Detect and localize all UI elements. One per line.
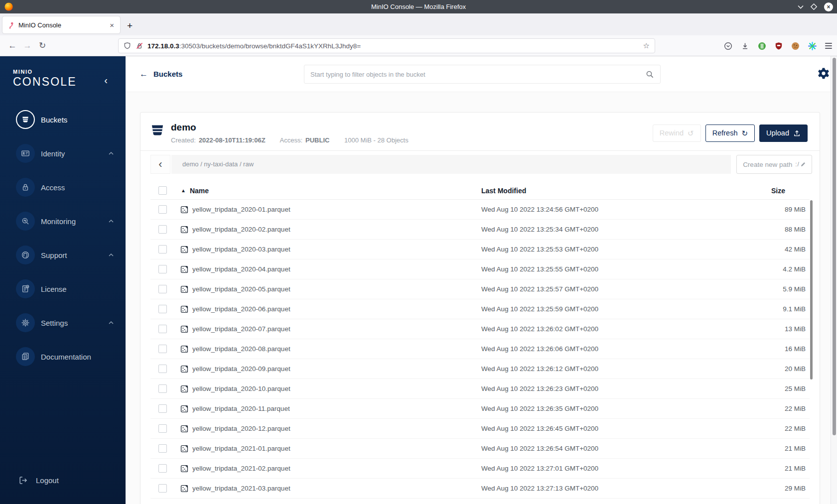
containers-icon[interactable]	[808, 42, 817, 50]
row-checkbox[interactable]	[158, 265, 167, 273]
logout-icon	[18, 476, 28, 485]
rewind-button[interactable]: Rewind↺	[653, 125, 701, 142]
back-button[interactable]: ←	[5, 41, 20, 51]
parquet-file-icon	[180, 285, 188, 293]
tab-minio-console[interactable]: MinIO Console ×	[2, 16, 120, 33]
row-checkbox[interactable]	[158, 484, 167, 493]
breadcrumb[interactable]: demo / ny-taxi-data / raw	[171, 155, 731, 174]
object-name: yellow_tripdata_2020-04.parquet	[192, 265, 290, 273]
object-last-modified: Wed Aug 10 2022 13:26:45 GMT+0200	[481, 425, 759, 432]
settings-gear-icon[interactable]	[817, 67, 830, 80]
column-last-modified[interactable]: Last Modified	[481, 187, 759, 195]
url-bar[interactable]: 172.18.0.3:30503/buckets/demo/browse/bnk…	[118, 38, 655, 53]
row-checkbox[interactable]	[158, 285, 167, 293]
table-row[interactable]: yellow_tripdata_2020-09.parquet Wed Aug …	[150, 359, 810, 379]
table-row[interactable]: yellow_tripdata_2020-04.parquet Wed Aug …	[150, 259, 810, 279]
create-new-path-button[interactable]: Create new path :/	[736, 155, 812, 174]
row-checkbox[interactable]	[158, 205, 167, 214]
reload-button[interactable]: ↻	[35, 40, 50, 51]
object-name: yellow_tripdata_2021-01.parquet	[192, 445, 290, 452]
row-checkbox[interactable]	[158, 345, 167, 353]
insecure-lock-icon[interactable]	[136, 42, 143, 50]
chevron-up-icon[interactable]	[109, 152, 114, 155]
table-row[interactable]: yellow_tripdata_2020-01.parquet Wed Aug …	[150, 200, 810, 220]
table-row[interactable]: yellow_tripdata_2021-02.parquet Wed Aug …	[150, 459, 810, 479]
row-checkbox[interactable]	[158, 325, 167, 333]
parquet-file-icon	[180, 206, 188, 214]
bookmark-star-icon[interactable]: ☆	[643, 41, 650, 50]
table-row[interactable]: yellow_tripdata_2020-12.parquet Wed Aug …	[150, 419, 810, 439]
refresh-button[interactable]: Refresh↻	[705, 125, 755, 142]
parquet-file-icon	[180, 226, 188, 234]
sidebar-item-access[interactable]: Access	[0, 170, 126, 204]
table-row[interactable]: yellow_tripdata_2020-11.parquet Wed Aug …	[150, 399, 810, 419]
sidebar-item-support[interactable]: Support	[0, 238, 126, 272]
sidebar-item-identity[interactable]: Identity	[0, 136, 126, 170]
row-checkbox[interactable]	[158, 365, 167, 373]
sidebar-item-label: Settings	[41, 319, 68, 327]
page-scrollbar[interactable]	[831, 56, 837, 504]
tab-title: MinIO Console	[18, 21, 108, 29]
object-filter-search[interactable]	[304, 65, 661, 84]
row-checkbox[interactable]	[158, 424, 167, 433]
tab-close-icon[interactable]: ×	[108, 21, 116, 29]
cookie-icon[interactable]	[791, 42, 800, 50]
new-tab-button[interactable]: +	[127, 20, 133, 31]
close-window-icon[interactable]: ×	[824, 2, 833, 11]
row-checkbox[interactable]	[158, 464, 167, 473]
sidebar-item-label: Buckets	[41, 116, 67, 124]
table-scrollbar-thumb[interactable]	[810, 200, 813, 379]
back-to-buckets-link[interactable]: ← Buckets	[140, 69, 182, 79]
table-row[interactable]: yellow_tripdata_2020-07.parquet Wed Aug …	[150, 319, 810, 339]
sidebar-item-monitoring[interactable]: Monitoring	[0, 204, 126, 238]
object-name: yellow_tripdata_2020-06.parquet	[192, 305, 290, 313]
table-row[interactable]: yellow_tripdata_2020-08.parquet Wed Aug …	[150, 339, 810, 359]
minimize-icon[interactable]	[798, 5, 804, 9]
row-checkbox[interactable]	[158, 225, 167, 234]
table-row[interactable]: yellow_tripdata_2021-03.parquet Wed Aug …	[150, 479, 810, 499]
forward-button[interactable]: →	[20, 41, 35, 51]
sidebar-item-buckets[interactable]: Buckets	[0, 103, 126, 136]
chevron-up-icon[interactable]	[109, 220, 114, 223]
pocket-icon[interactable]	[724, 42, 732, 50]
table-row[interactable]: yellow_tripdata_2020-03.parquet Wed Aug …	[150, 240, 810, 259]
column-name[interactable]: ▲Name	[174, 187, 481, 195]
table-row[interactable]: yellow_tripdata_2020-05.parquet Wed Aug …	[150, 279, 810, 299]
ublock-icon[interactable]	[775, 42, 783, 50]
row-checkbox[interactable]	[158, 245, 167, 253]
back-arrow-icon: ←	[140, 69, 148, 79]
tracking-shield-icon[interactable]	[124, 42, 131, 50]
row-checkbox[interactable]	[158, 404, 167, 413]
privacy-badger-icon[interactable]	[758, 42, 766, 50]
download-icon[interactable]	[741, 42, 749, 50]
sidebar-collapse-icon[interactable]: ‹	[104, 75, 108, 85]
table-row[interactable]: yellow_tripdata_2020-02.parquet Wed Aug …	[150, 220, 810, 240]
chevron-up-icon[interactable]	[109, 321, 114, 325]
sidebar-item-documentation[interactable]: Documentation	[0, 340, 126, 374]
row-checkbox[interactable]	[158, 384, 167, 393]
url-text[interactable]: 172.18.0.3:30503/buckets/demo/browse/bnk…	[147, 42, 643, 50]
sidebar-item-settings[interactable]: Settings	[0, 306, 126, 340]
table-row[interactable]: yellow_tripdata_2020-10.parquet Wed Aug …	[150, 379, 810, 399]
menu-icon[interactable]	[825, 43, 832, 49]
chevron-up-icon[interactable]	[109, 253, 114, 257]
object-table-body: yellow_tripdata_2020-01.parquet Wed Aug …	[140, 200, 820, 499]
table-row[interactable]: yellow_tripdata_2021-01.parquet Wed Aug …	[150, 439, 810, 459]
table-row[interactable]: yellow_tripdata_2020-06.parquet Wed Aug …	[150, 299, 810, 319]
upload-button[interactable]: Upload	[759, 125, 808, 142]
search-input[interactable]	[310, 71, 646, 78]
row-checkbox[interactable]	[158, 444, 167, 453]
sidebar-item-license[interactable]: License	[0, 272, 126, 306]
sidebar-item-logout[interactable]: Logout	[0, 471, 59, 490]
object-last-modified: Wed Aug 10 2022 13:25:55 GMT+0200	[481, 265, 759, 273]
column-size[interactable]: Size	[759, 187, 810, 195]
path-bar: ‹ demo / ny-taxi-data / raw Create new p…	[140, 151, 820, 177]
path-back-button[interactable]: ‹	[150, 155, 170, 174]
bucket-icon	[16, 110, 35, 129]
page-scrollbar-thumb[interactable]	[833, 58, 836, 435]
maximize-icon[interactable]	[811, 3, 817, 10]
object-size: 16 MiB	[759, 345, 810, 353]
row-checkbox[interactable]	[158, 305, 167, 313]
object-last-modified: Wed Aug 10 2022 13:27:01 GMT+0200	[481, 465, 759, 472]
select-all-checkbox[interactable]	[158, 186, 167, 195]
